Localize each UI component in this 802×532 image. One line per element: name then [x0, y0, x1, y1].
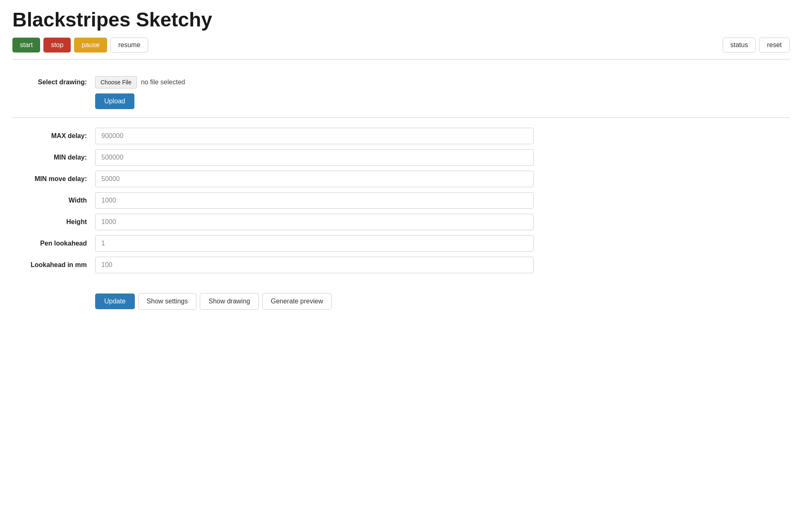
stop-button[interactable]: stop — [43, 38, 71, 52]
toolbar: start stop pause resume status reset — [12, 38, 790, 60]
settings-section: MAX delay:MIN delay:MIN move delay:Width… — [12, 118, 790, 285]
page-title: Blackstripes Sketchy — [12, 8, 790, 31]
bottom-buttons: Update Show settings Show drawing Genera… — [95, 293, 790, 310]
min-move-delay-input-row: MIN move delay: — [12, 171, 790, 187]
height-input[interactable] — [95, 214, 534, 230]
lookahead-mm-input[interactable] — [95, 257, 534, 273]
max-delay-input[interactable] — [95, 128, 534, 144]
lookahead-mm-input-row: Lookahead in mm — [12, 257, 790, 273]
lookahead-mm-input-label: Lookahead in mm — [12, 261, 95, 269]
start-button[interactable]: start — [12, 38, 40, 52]
width-input-label: Width — [12, 197, 95, 204]
pen-lookahead-input[interactable] — [95, 235, 534, 252]
min-delay-input[interactable] — [95, 149, 534, 166]
show-settings-button[interactable]: Show settings — [138, 293, 197, 310]
min-move-delay-input-label: MIN move delay: — [12, 175, 95, 183]
file-label: Select drawing: — [12, 79, 95, 86]
no-file-text: no file selected — [141, 79, 185, 86]
file-section: Select drawing: Choose File no file sele… — [12, 68, 790, 118]
max-delay-input-row: MAX delay: — [12, 128, 790, 144]
pen-lookahead-input-row: Pen lookahead — [12, 235, 790, 252]
height-input-label: Height — [12, 218, 95, 226]
width-input[interactable] — [95, 192, 534, 209]
max-delay-input-label: MAX delay: — [12, 132, 95, 140]
min-delay-input-row: MIN delay: — [12, 149, 790, 166]
min-delay-input-label: MIN delay: — [12, 154, 95, 161]
upload-button[interactable]: Upload — [95, 93, 134, 109]
upload-row: Upload — [95, 93, 790, 109]
choose-file-button[interactable]: Choose File — [95, 76, 137, 88]
pen-lookahead-input-label: Pen lookahead — [12, 240, 95, 247]
update-button[interactable]: Update — [95, 293, 135, 309]
resume-button[interactable]: resume — [110, 38, 148, 52]
status-button[interactable]: status — [723, 38, 756, 52]
width-input-row: Width — [12, 192, 790, 209]
toolbar-right: status reset — [723, 38, 790, 52]
min-move-delay-input[interactable] — [95, 171, 534, 187]
file-row: Select drawing: Choose File no file sele… — [12, 76, 790, 88]
height-input-row: Height — [12, 214, 790, 230]
reset-button[interactable]: reset — [759, 38, 790, 52]
pause-button[interactable]: pause — [74, 38, 107, 52]
show-drawing-button[interactable]: Show drawing — [200, 293, 259, 310]
file-input-wrapper: Choose File no file selected — [95, 76, 185, 88]
generate-preview-button[interactable]: Generate preview — [262, 293, 332, 310]
toolbar-left: start stop pause resume — [12, 38, 148, 52]
